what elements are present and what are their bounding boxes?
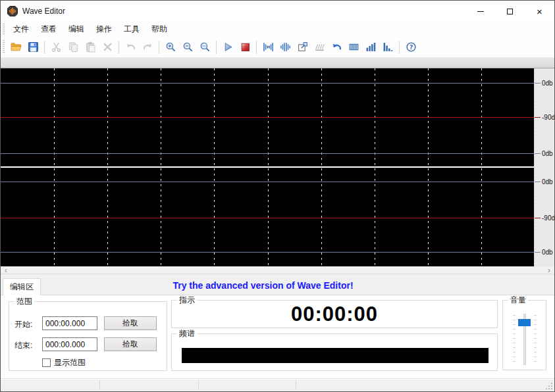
resize-grip-icon[interactable] <box>545 382 553 390</box>
range-group-legend: 范围 <box>14 297 34 306</box>
minimize-icon <box>477 11 484 12</box>
spectrum-group: 频谱 <box>171 333 498 371</box>
db-tick <box>535 153 541 154</box>
undo-icon <box>125 41 136 53</box>
silence-button[interactable] <box>311 39 327 55</box>
minimize-button[interactable] <box>465 1 495 22</box>
wave-editor-window: Wave Editor × 文件 查看 编辑 操作 工具 帮助 <box>0 0 555 392</box>
menu-file[interactable]: 文件 <box>7 22 35 37</box>
start-time-input[interactable] <box>42 316 97 330</box>
toolbar-grip[interactable] <box>3 40 5 55</box>
show-range-checkbox-row[interactable]: 显示范围 <box>42 357 86 368</box>
zoom-out-button[interactable] <box>180 39 196 55</box>
ch2-zero-db-bottom-line <box>1 252 534 253</box>
stop-button[interactable] <box>237 39 253 55</box>
toolbar-separator <box>119 41 119 54</box>
delete-icon <box>102 41 113 53</box>
svg-text:?: ? <box>409 44 412 51</box>
close-icon: × <box>537 7 542 16</box>
redo-button[interactable] <box>140 39 155 55</box>
toolbar-separator <box>216 41 217 54</box>
maximize-icon <box>507 9 513 14</box>
waveform-display[interactable]: 0db -90db 0db 0db -90db 0db <box>1 68 554 266</box>
histogram-icon <box>383 41 394 53</box>
zoom-in-button[interactable] <box>163 39 178 55</box>
db-tick <box>535 182 541 182</box>
db-tick <box>535 83 541 84</box>
zoom-reset-button[interactable] <box>197 39 213 55</box>
play-icon <box>223 41 234 53</box>
ch2-minus90-db-line <box>1 218 534 218</box>
zoom-reset-icon <box>199 41 211 53</box>
undo-button[interactable] <box>122 39 138 55</box>
close-button[interactable]: × <box>525 1 554 22</box>
help-button[interactable]: ? <box>403 39 419 55</box>
volume-group-legend: 音量 <box>508 295 528 305</box>
db-label: 0db <box>535 150 553 157</box>
upgrade-banner[interactable]: Try the advanced version of Wave Editor! <box>1 280 525 291</box>
tab-bar: 编辑区 Try the advanced version of Wave Edi… <box>1 274 554 295</box>
db-tick <box>535 117 541 118</box>
scroll-left-icon[interactable]: ‹ <box>1 267 11 274</box>
pick-end-button[interactable]: 拾取 <box>104 337 157 351</box>
horizontal-scrollbar[interactable]: ‹ › <box>1 266 554 274</box>
zoom-out-icon <box>182 41 194 53</box>
volume-slider-handle[interactable] <box>518 319 531 326</box>
save-button[interactable] <box>25 39 41 55</box>
scroll-right-icon[interactable]: › <box>544 267 554 274</box>
ch1-minus90-db-line <box>1 117 534 118</box>
pick-start-button[interactable]: 拾取 <box>104 316 157 330</box>
wave-compress-button[interactable] <box>260 39 276 55</box>
reverse-icon <box>331 41 342 53</box>
wave-expand-button[interactable] <box>277 39 293 55</box>
paste-button[interactable] <box>82 39 98 55</box>
db-label: -90db <box>535 114 555 121</box>
tab-edit-area[interactable]: 编辑区 <box>3 278 41 295</box>
copy-button[interactable] <box>65 39 81 55</box>
status-bar <box>1 378 554 391</box>
cut-button[interactable] <box>48 39 64 55</box>
app-logo-icon <box>7 5 18 17</box>
delete-button[interactable] <box>99 39 115 55</box>
equalizer-button[interactable] <box>363 39 379 55</box>
insert-silence-button[interactable] <box>346 39 361 55</box>
waveform-canvas[interactable] <box>1 68 534 266</box>
show-range-checkbox[interactable] <box>42 358 51 367</box>
menu-operate[interactable]: 操作 <box>90 22 118 37</box>
export-icon <box>297 41 308 53</box>
db-label: -90db <box>535 214 555 222</box>
redo-icon <box>142 41 153 53</box>
menubar-grip[interactable] <box>3 24 5 34</box>
insert-silence-icon <box>348 41 359 53</box>
menu-edit[interactable]: 编辑 <box>63 22 90 37</box>
statusbar-separator <box>296 380 296 390</box>
menu-tools[interactable]: 工具 <box>118 22 145 37</box>
show-range-label: 显示范围 <box>54 357 86 368</box>
toolbar-separator <box>44 41 45 54</box>
save-icon <box>28 41 39 53</box>
open-button[interactable] <box>8 39 24 55</box>
silence-icon <box>314 41 325 53</box>
spectrum-group-legend: 频谱 <box>177 329 197 338</box>
export-button[interactable] <box>294 39 310 55</box>
maximize-button[interactable] <box>495 1 525 22</box>
toolbar-separator <box>256 41 257 54</box>
db-label: 0db <box>535 249 553 256</box>
timeline-ruler[interactable] <box>1 58 554 68</box>
paste-icon <box>85 41 96 53</box>
ch2-zero-db-top-line <box>1 182 534 182</box>
menu-bar: 文件 查看 编辑 操作 工具 帮助 <box>1 22 554 37</box>
menu-help[interactable]: 帮助 <box>145 22 173 37</box>
end-time-input[interactable] <box>42 337 97 351</box>
equalizer-icon <box>365 41 377 53</box>
volume-group: 音量 <box>502 300 546 370</box>
editor-panel: 编辑区 Try the advanced version of Wave Edi… <box>1 274 554 391</box>
reverse-button[interactable] <box>329 39 344 55</box>
menu-view[interactable]: 查看 <box>35 22 63 37</box>
stop-icon <box>240 41 251 53</box>
play-button[interactable] <box>220 39 236 55</box>
statusbar-separator <box>99 380 100 390</box>
statusbar-separator <box>198 380 199 390</box>
indicator-group-legend: 指示 <box>177 295 197 305</box>
histogram-button[interactable] <box>380 39 396 55</box>
